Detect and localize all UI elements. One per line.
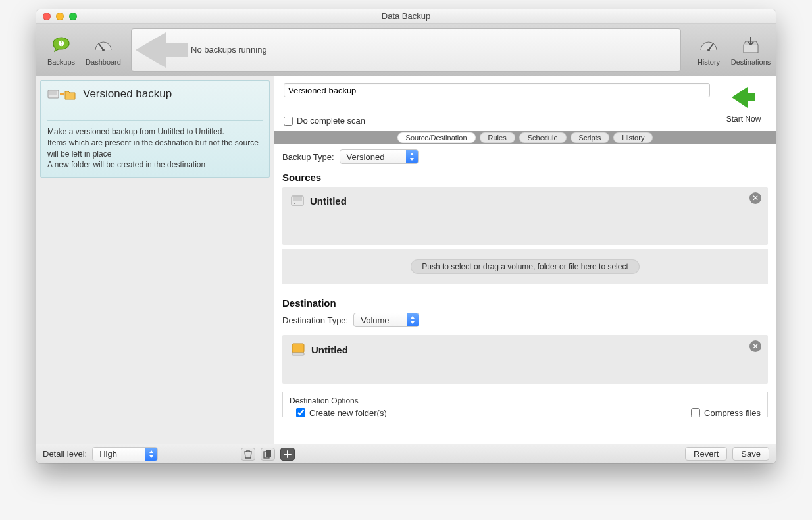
destination-options: Destination Options Create new folder(s)…	[282, 392, 768, 417]
save-button[interactable]: Save	[732, 447, 769, 461]
sidebar-item-description: Make a versioned backup from Untitled to…	[47, 120, 263, 170]
sidebar-item-title: Versioned backup	[83, 88, 172, 101]
complete-scan-row[interactable]: Do complete scan	[284, 116, 710, 126]
start-now-label: Start Now	[726, 115, 761, 124]
svg-rect-10	[292, 344, 304, 353]
delete-button[interactable]	[241, 448, 255, 461]
source-drop-zone[interactable]: Push to select or drag a volume, folder …	[282, 249, 768, 284]
sources-heading: Sources	[282, 172, 768, 183]
chevron-updown-icon	[406, 150, 418, 163]
status-text: No backups running	[191, 45, 267, 55]
svg-point-3	[102, 49, 105, 51]
start-now-button[interactable]: Start Now	[721, 83, 767, 124]
add-button[interactable]	[280, 448, 295, 461]
trash-icon	[244, 450, 252, 459]
tab-scripts[interactable]: Scripts	[571, 132, 610, 143]
backup-type-select[interactable]: Versioned	[340, 149, 419, 164]
titlebar: Data Backup	[36, 9, 776, 24]
svg-point-9	[294, 203, 295, 204]
backup-type-label: Backup Type:	[282, 152, 334, 162]
toolbar-destinations-label: Destinations	[731, 58, 771, 66]
svg-point-2	[61, 44, 62, 45]
toolbar-backups-label: Backups	[47, 58, 75, 66]
toolbar-destinations-button[interactable]: Destinations	[732, 34, 769, 66]
svg-rect-11	[292, 353, 304, 355]
compress-files-checkbox[interactable]	[691, 408, 700, 417]
svg-rect-13	[266, 450, 271, 457]
close-icon: ✕	[752, 194, 759, 203]
detail-level-value: High	[93, 448, 145, 461]
source-drop-hint-button[interactable]: Push to select or drag a volume, folder …	[411, 259, 640, 274]
speech-bubble-icon	[50, 34, 72, 57]
start-arrow-icon	[729, 83, 758, 112]
svg-rect-6	[49, 91, 57, 95]
svg-point-4	[707, 49, 710, 51]
drive-to-folder-icon	[47, 86, 76, 102]
config-area: Backup Type: Versioned Sources Unt	[274, 144, 776, 444]
revert-button[interactable]: Revert	[685, 447, 727, 461]
destination-type-select[interactable]: Volume	[353, 313, 419, 327]
window-title: Data Backup	[36, 11, 776, 21]
destination-well: Untitled ✕	[282, 335, 768, 384]
source-name: Untitled	[310, 195, 347, 207]
tab-source-destination[interactable]: Source/Destination	[397, 132, 476, 143]
remove-source-button[interactable]: ✕	[749, 192, 761, 204]
toolbar-dashboard-button[interactable]: Dashboard	[85, 34, 122, 66]
tab-schedule[interactable]: Schedule	[519, 132, 567, 143]
destination-type-label: Destination Type:	[282, 315, 348, 325]
destination-options-heading: Destination Options	[283, 392, 767, 407]
external-drive-icon	[290, 342, 306, 357]
sidebar-desc-line: Make a versioned backup from Untitled to…	[47, 126, 263, 138]
compress-files-label: Compress files	[704, 408, 761, 418]
destination-heading: Destination	[282, 298, 768, 309]
status-panel: No backups running	[131, 28, 681, 72]
tab-history[interactable]: History	[613, 132, 653, 143]
status-arrow-icon	[132, 29, 191, 71]
compress-files-row[interactable]: Compress files	[691, 408, 761, 418]
complete-scan-label: Do complete scan	[297, 116, 365, 126]
toolbar-history-button[interactable]: History	[690, 34, 727, 66]
close-icon: ✕	[752, 342, 759, 351]
chevron-updown-icon	[407, 313, 419, 326]
gauge-history-icon	[698, 34, 720, 57]
create-folder-checkbox[interactable]	[296, 408, 305, 417]
toolbar-backups-button[interactable]: Backups	[43, 34, 80, 66]
app-window: Data Backup Backups Dashboard No backups…	[36, 9, 776, 463]
duplicate-button[interactable]	[261, 448, 275, 461]
svg-rect-8	[293, 197, 302, 201]
create-folder-label: Create new folder(s)	[309, 408, 387, 418]
copy-icon	[263, 450, 272, 459]
backup-type-value: Versioned	[340, 150, 406, 163]
destination-type-value: Volume	[354, 313, 407, 326]
toolbar-dashboard-label: Dashboard	[86, 58, 121, 66]
backup-name-input[interactable]	[284, 83, 710, 97]
sidebar-backup-item[interactable]: Versioned backup Make a versioned backup…	[40, 80, 270, 178]
complete-scan-checkbox[interactable]	[284, 117, 293, 126]
detail-level-label: Detail level:	[43, 449, 87, 459]
plus-icon	[284, 450, 292, 458]
sidebar-desc-line: A new folder will be created in the dest…	[47, 159, 263, 170]
sidebar-desc-line: Items which are present in the destinati…	[47, 138, 263, 160]
main-panel: Do complete scan Start Now Source/Destin…	[274, 76, 776, 444]
box-arrow-icon	[740, 34, 762, 57]
svg-rect-1	[61, 41, 61, 43]
tab-bar: Source/Destination Rules Schedule Script…	[274, 131, 776, 144]
toolbar-history-label: History	[698, 58, 720, 66]
chevron-updown-icon	[145, 448, 157, 461]
sidebar: Versioned backup Make a versioned backup…	[36, 76, 274, 444]
gauge-icon	[92, 34, 114, 57]
detail-level-select[interactable]: High	[92, 447, 158, 461]
bottom-bar: Detail level: High Revert Save	[36, 444, 776, 463]
internal-drive-icon	[290, 194, 305, 208]
source-well: Untitled ✕	[282, 187, 768, 245]
tab-rules[interactable]: Rules	[480, 132, 515, 143]
destination-name: Untitled	[311, 344, 348, 355]
remove-destination-button[interactable]: ✕	[749, 340, 761, 352]
create-folder-row[interactable]: Create new folder(s)	[296, 408, 387, 418]
toolbar: Backups Dashboard No backups running His…	[36, 24, 776, 76]
